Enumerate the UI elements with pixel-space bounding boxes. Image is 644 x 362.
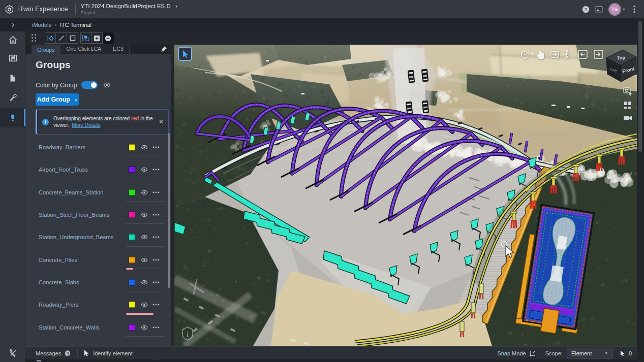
group-visibility-button[interactable] <box>141 279 148 286</box>
box-tool-button[interactable] <box>67 32 78 44</box>
element-select-button[interactable] <box>80 32 91 44</box>
project-picker[interactable]: YTI 2024 DesignBuildProject ES D ▼ Proje… <box>81 3 178 16</box>
sidebar-item-tools[interactable] <box>0 344 25 362</box>
sidebar-item-home[interactable] <box>0 31 25 48</box>
group-name: Concrete_Piles <box>39 257 77 263</box>
group-color-swatch[interactable] <box>129 256 135 263</box>
group-color-swatch[interactable] <box>129 212 135 218</box>
group-visibility-button[interactable] <box>141 166 148 173</box>
ellipsis-icon <box>152 191 160 193</box>
group-more-button[interactable] <box>152 191 160 193</box>
more-menu-button[interactable] <box>631 3 638 16</box>
group-more-button[interactable] <box>152 304 160 306</box>
eye-icon <box>141 301 148 308</box>
group-more-button[interactable] <box>152 214 160 216</box>
tab-groups[interactable]: Groups <box>32 44 60 54</box>
page-scrollbar[interactable] <box>637 18 644 362</box>
group-row[interactable]: Concrete_Slabs <box>25 271 171 293</box>
app-window: iTwin Experience YTI 2024 DesignBuildPro… <box>0 0 644 362</box>
drag-handle[interactable] <box>32 34 39 42</box>
group-row[interactable]: Concrete_Beams_Station <box>25 181 171 204</box>
banner-close-button[interactable]: ✕ <box>159 118 164 125</box>
avatar-caret-icon[interactable]: ▼ <box>622 8 626 11</box>
group-visibility-button[interactable] <box>141 301 148 308</box>
pin-icon[interactable] <box>161 46 167 52</box>
horizontal-scrollbar[interactable] <box>25 359 644 362</box>
line-tool-icon <box>58 35 65 42</box>
group-color-swatch[interactable] <box>129 189 135 195</box>
group-color-swatch[interactable] <box>129 279 135 286</box>
identify-element-label[interactable]: Identify element <box>93 350 133 356</box>
group-more-button[interactable] <box>152 146 160 148</box>
group-color-swatch[interactable] <box>129 324 135 331</box>
group-row[interactable]: Airport_Roof_Truss <box>25 158 171 181</box>
group-color-swatch[interactable] <box>129 167 135 173</box>
sidebar-item-validate[interactable] <box>0 88 25 108</box>
messages-label[interactable]: Messages <box>36 350 61 356</box>
scope-caret-icon: ▼ <box>604 351 607 355</box>
sidebar-expand-button[interactable] <box>0 23 25 27</box>
row-progress <box>126 268 133 270</box>
group-color-swatch[interactable] <box>129 144 135 151</box>
group-more-button[interactable] <box>152 326 160 328</box>
snap-mode-label[interactable]: Snap Mode <box>497 350 526 356</box>
app-logo[interactable]: iTwin Experience <box>0 5 68 14</box>
avatar[interactable]: TG <box>609 4 620 15</box>
left-sidebar <box>0 31 25 362</box>
group-color-swatch[interactable] <box>129 234 135 241</box>
sidebar-item-map[interactable] <box>0 48 25 68</box>
help-button[interactable]: ? <box>579 3 592 16</box>
page-scrollbar-thumb[interactable] <box>638 21 642 152</box>
group-more-button[interactable] <box>152 259 160 261</box>
group-row[interactable]: Roadway_Barriers <box>25 136 171 158</box>
scope-select[interactable]: Element ▼ <box>567 348 612 358</box>
add-group-button[interactable]: Add Group ▼ <box>36 93 79 106</box>
sidebar-item-carbon[interactable] <box>0 108 25 127</box>
snap-mode-icon[interactable] <box>530 350 536 356</box>
add-selection-button[interactable] <box>91 32 103 44</box>
group-row[interactable]: Concrete_Piles <box>25 249 171 271</box>
group-visibility-button[interactable] <box>141 234 148 241</box>
group-more-button[interactable] <box>152 281 160 283</box>
tab-ec3[interactable]: EC3 <box>107 44 129 54</box>
eye-slash-icon <box>103 81 111 89</box>
group-more-button[interactable] <box>152 236 160 238</box>
row-divider <box>126 336 164 337</box>
group-row[interactable]: Station_Concrete_Walls <box>25 316 171 339</box>
panel-toggle-button[interactable] <box>592 3 605 16</box>
sidebar-item-documents[interactable] <box>0 68 25 88</box>
hide-colors-button[interactable] <box>103 81 111 89</box>
ellipsis-icon <box>152 169 160 171</box>
group-visibility-button[interactable] <box>141 189 148 196</box>
eye-icon <box>141 234 148 241</box>
color-by-group-toggle[interactable] <box>81 81 98 89</box>
group-color-swatch[interactable] <box>129 302 135 308</box>
group-row[interactable]: Station_Underground_Beams <box>25 226 171 248</box>
panel-scrollbar[interactable] <box>168 133 170 288</box>
info-icon: i <box>42 119 49 125</box>
group-name: Concrete_Slabs <box>39 279 79 285</box>
breadcrumb-imodels[interactable]: iModels <box>32 22 51 28</box>
group-row[interactable]: Station_Steel_Floor_Beams <box>25 204 171 226</box>
tab-one-click-lca[interactable]: One Click LCA <box>60 44 107 54</box>
group-name: Concrete_Beams_Station <box>39 189 104 195</box>
select-tool-button[interactable] <box>45 32 56 44</box>
row-divider <box>126 246 164 247</box>
group-visibility-button[interactable] <box>141 211 148 218</box>
group-visibility-button[interactable] <box>141 256 148 264</box>
group-name: Station_Steel_Floor_Beams <box>39 212 109 218</box>
group-row[interactable]: Roadway_Piers <box>25 293 171 316</box>
group-visibility-button[interactable] <box>141 144 148 151</box>
viewer-3d[interactable]: Top Front Left i <box>174 45 637 346</box>
line-tool-button[interactable] <box>56 32 67 44</box>
remove-selection-button[interactable] <box>103 32 114 44</box>
more-details-link[interactable]: More Details <box>72 122 100 128</box>
banner-text: Overlapping elements are colored red in … <box>53 115 156 129</box>
overlap-info-banner: i Overlapping elements are colored red i… <box>36 109 169 135</box>
attribution-badge[interactable]: i <box>182 327 193 340</box>
group-more-button[interactable] <box>152 169 160 171</box>
group-name: Station_Concrete_Walls <box>39 324 100 331</box>
group-visibility-button[interactable] <box>141 324 148 331</box>
eye-icon <box>141 166 148 173</box>
viewer-select-button[interactable] <box>178 47 192 60</box>
